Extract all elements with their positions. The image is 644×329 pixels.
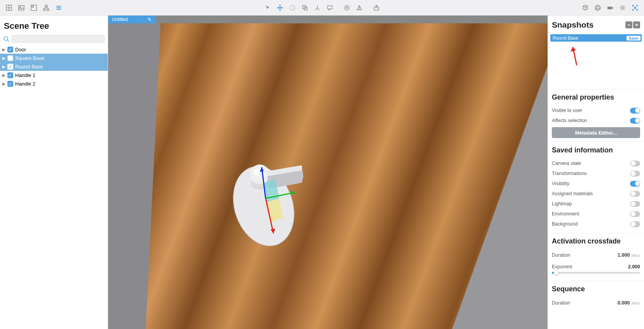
tree-item-handle-2[interactable]: ▶ ✓ Handle 2: [0, 79, 108, 88]
svg-line-23: [315, 8, 317, 10]
svg-point-33: [597, 5, 599, 10]
expand-arrow-icon[interactable]: ▶: [2, 47, 5, 52]
list-icon[interactable]: [53, 2, 65, 14]
tree-item-label: Square Base: [15, 55, 44, 61]
edit-icon[interactable]: ✎: [147, 17, 152, 23]
viewport-canvas[interactable]: [108, 23, 548, 329]
svg-rect-3: [19, 5, 24, 10]
viewport-tab[interactable]: Untitled ✎: [108, 16, 156, 23]
snapshot-name: Round Base: [553, 35, 626, 41]
grid-4-icon[interactable]: [3, 2, 15, 14]
toggle-lightmap[interactable]: [630, 201, 640, 207]
snapshots-title: Snapshots: [552, 20, 625, 30]
metadata-editor-button[interactable]: Metadata Editor...: [552, 127, 640, 138]
visibility-checkbox[interactable]: ✓: [7, 47, 13, 52]
visibility-checkbox[interactable]: ✓: [7, 81, 13, 87]
expand-arrow-icon[interactable]: ▶: [2, 82, 5, 86]
toggle-camera-state[interactable]: [630, 161, 640, 166]
toggle-environment[interactable]: [630, 211, 640, 217]
export-icon[interactable]: [371, 2, 382, 14]
svg-point-31: [595, 5, 600, 10]
svg-rect-6: [32, 6, 33, 7]
focus-icon[interactable]: [629, 2, 641, 14]
sequence-title: Sequence: [552, 285, 640, 293]
visibility-checkbox[interactable]: ✓: [7, 64, 13, 70]
tree-item-label: Door: [15, 47, 26, 52]
svg-rect-8: [44, 9, 46, 10]
expand-arrow-icon[interactable]: ▶: [2, 65, 5, 69]
grid-2-icon[interactable]: [28, 2, 40, 14]
tree-item-handle-1[interactable]: ▶ ✓ Handle 1: [0, 71, 108, 79]
save-button[interactable]: Save: [626, 36, 640, 40]
axis-icon[interactable]: [312, 2, 323, 14]
toggle-visibility[interactable]: [630, 181, 640, 187]
scene-tree-panel: Scene Tree ▶ ✓ Door ▶ Square Base ▶ ✓ Ro…: [0, 16, 108, 329]
svg-rect-7: [45, 5, 47, 7]
sphere-icon[interactable]: [592, 2, 604, 14]
seq-duration-row[interactable]: Duration 0.000 secs: [552, 297, 640, 309]
cube-icon[interactable]: [579, 2, 591, 14]
exponent-row[interactable]: Exponent 2.000: [552, 261, 640, 273]
toggle-assigned-materials[interactable]: [630, 191, 640, 197]
svg-rect-25: [327, 6, 332, 9]
top-toolbar: [0, 0, 644, 16]
visibility-checkbox[interactable]: [7, 55, 13, 61]
toggle-visible-to-user[interactable]: [630, 108, 640, 114]
svg-point-37: [4, 37, 8, 40]
prop-affects-selection: Affects selection: [552, 116, 640, 126]
target-icon[interactable]: [341, 2, 353, 14]
tree-item-round-base[interactable]: ▶ ✓ Round Base: [0, 62, 108, 71]
svg-rect-9: [47, 9, 49, 10]
svg-point-32: [595, 7, 600, 9]
svg-rect-34: [607, 7, 611, 9]
svg-point-50: [254, 168, 261, 176]
snapshot-item[interactable]: Round Base Save: [550, 34, 642, 42]
toggle-background[interactable]: [630, 221, 640, 227]
tab-label: Untitled: [112, 17, 128, 22]
scene-tree-title: Scene Tree: [0, 16, 108, 35]
comment-icon[interactable]: [324, 2, 336, 14]
pyramid-icon[interactable]: [354, 2, 365, 14]
svg-point-35: [621, 7, 624, 9]
svg-point-19: [290, 5, 295, 10]
tree-item-door[interactable]: ▶ ✓ Door: [0, 45, 108, 54]
activation-crossfade-title: Activation crossfade: [552, 237, 640, 245]
tree-item-label: Handle 2: [15, 81, 35, 87]
exponent-slider[interactable]: [552, 272, 640, 274]
expand-arrow-icon[interactable]: ▶: [2, 56, 5, 60]
saved-information-title: Saved information: [552, 146, 640, 154]
clone-icon[interactable]: [299, 2, 311, 14]
gear-icon[interactable]: [617, 2, 628, 14]
image-icon[interactable]: [16, 2, 27, 14]
camera-icon[interactable]: [604, 2, 616, 14]
move-icon[interactable]: [274, 2, 286, 14]
cursor-icon[interactable]: [262, 2, 273, 14]
tree-item-square-base[interactable]: ▶ Square Base: [0, 54, 108, 62]
collapse-button[interactable]: −: [625, 21, 632, 28]
search-icon: [3, 36, 9, 42]
toggle-transformations[interactable]: [630, 171, 640, 177]
tree-item-label: Handle 1: [15, 72, 35, 78]
annotation-arrow-icon: [570, 44, 581, 67]
add-snapshot-button[interactable]: +: [633, 21, 640, 28]
hierarchy-icon[interactable]: [40, 2, 52, 14]
toggle-affects-selection[interactable]: [630, 118, 640, 124]
tree-item-label: Round Base: [15, 64, 43, 70]
scene-search-input[interactable]: [12, 35, 105, 43]
rotate-icon[interactable]: [287, 2, 298, 14]
expand-arrow-icon[interactable]: ▶: [2, 73, 5, 77]
general-properties-title: General properties: [552, 93, 640, 102]
prop-visible-to-user: Visible to user: [552, 105, 640, 116]
scene-tree: ▶ ✓ Door ▶ Square Base ▶ ✓ Round Base ▶ …: [0, 45, 108, 329]
duration-row[interactable]: Duration 1.000 secs: [552, 249, 640, 261]
svg-line-38: [7, 40, 9, 42]
slider-knob[interactable]: [554, 270, 559, 275]
svg-line-24: [317, 8, 319, 10]
svg-point-36: [634, 7, 636, 9]
svg-point-27: [346, 7, 348, 8]
viewport[interactable]: Untitled ✎: [108, 16, 548, 329]
visibility-checkbox[interactable]: ✓: [7, 72, 13, 78]
properties-panel: Snapshots − + Round Base Save General pr…: [548, 16, 644, 329]
